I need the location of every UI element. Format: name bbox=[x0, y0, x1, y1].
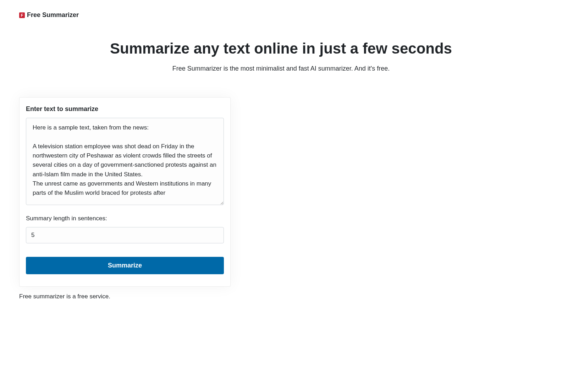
page-subtitle: Free Summarizer is the most minimalist a… bbox=[14, 65, 548, 72]
brand-icon: F bbox=[19, 12, 25, 18]
summarize-card: Enter text to summarize Summary length i… bbox=[19, 97, 231, 287]
length-label: Summary length in sentences: bbox=[26, 215, 224, 222]
footer-text: Free summarizer is a free service. bbox=[19, 293, 562, 300]
card-title: Enter text to summarize bbox=[26, 105, 224, 113]
header: F Free Summarizer bbox=[0, 0, 562, 19]
page-title: Summarize any text online in just a few … bbox=[14, 40, 548, 57]
brand-icon-letter: F bbox=[21, 13, 23, 17]
hero: Summarize any text online in just a few … bbox=[0, 40, 562, 72]
summarize-button[interactable]: Summarize bbox=[26, 257, 224, 274]
brand[interactable]: F Free Summarizer bbox=[19, 11, 543, 19]
brand-name: Free Summarizer bbox=[27, 11, 79, 19]
text-input[interactable] bbox=[26, 118, 224, 205]
length-input[interactable] bbox=[26, 227, 224, 243]
